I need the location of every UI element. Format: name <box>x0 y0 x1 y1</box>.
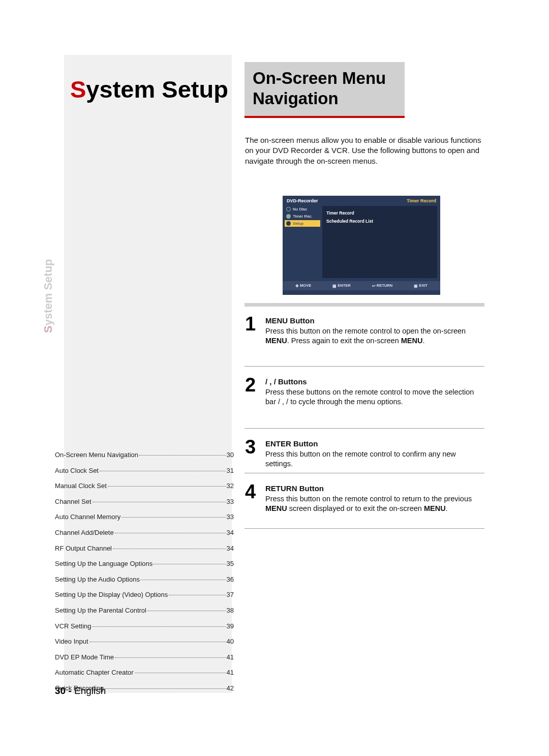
step-top-bar <box>245 303 484 307</box>
toc-label: Channel Set <box>55 498 92 506</box>
toc-label: RF Output Channel <box>55 545 112 553</box>
osd-right-option: Scheduled Record List <box>326 217 433 225</box>
toc-row: Setting Up the Display (Video) Options37 <box>55 591 234 599</box>
osd-left-item: Timer Rec. <box>285 213 320 220</box>
step-text: Press these buttons on the remote contro… <box>265 388 474 406</box>
title-rest: ystem Setup <box>86 76 228 103</box>
toc-page: 37 <box>227 591 234 599</box>
osd-left-item-selected: Setup <box>285 220 320 227</box>
toc-page: 35 <box>227 560 234 568</box>
toc-row: Channel Add/Delete34 <box>55 529 234 537</box>
step-1: 1 MENU Button Press this button on the r… <box>245 314 485 346</box>
osd-screenshot: DVD-Recorder Timer Record No Disc Timer … <box>283 196 440 295</box>
step-body: RETURN Button Press this button on the r… <box>265 482 485 514</box>
step-text: screen displayed or to exit the on-scree… <box>287 504 424 512</box>
gear-icon <box>286 221 291 226</box>
osd-footer-exit: ▣EXIT <box>414 283 428 288</box>
toc-label: Auto Channel Memory <box>55 513 120 521</box>
section-title-line1: On-Screen Menu <box>253 69 386 87</box>
toc-row: Setting Up the Language Options35 <box>55 560 234 568</box>
step-3: 3 ENTER Button Press this button on the … <box>245 437 485 469</box>
toc-dots <box>93 626 226 627</box>
step-bold: MENU <box>265 337 287 345</box>
side-tab: System Setup <box>42 259 55 333</box>
footer-language: English <box>72 685 106 696</box>
toc-row: DVD EP Mode Time41 <box>55 653 234 661</box>
toc-dots <box>93 502 226 502</box>
toc-label: VCR Setting <box>55 622 92 630</box>
page-footer: 30 - English <box>55 685 106 697</box>
toc-row: Auto Channel Memory33 <box>55 513 234 521</box>
toc-row: Video Input40 <box>55 638 234 646</box>
toc-dots <box>154 564 225 564</box>
toc-dots <box>113 549 226 549</box>
osd-right-option: Timer Record <box>326 209 433 217</box>
toc-dots <box>100 471 226 471</box>
toc-label: DVD EP Mode Time <box>55 653 114 661</box>
step-text: Press this button on the remote control … <box>265 327 466 335</box>
toc-label: Setting Up the Audio Options <box>55 576 140 584</box>
toc-label: On-Screen Menu Navigation <box>55 451 138 459</box>
toc-page: 36 <box>227 576 234 584</box>
toc-page: 38 <box>227 607 234 615</box>
step-body: ENTER Button Press this button on the re… <box>265 437 485 469</box>
section-title-line2: Navigation <box>253 89 339 108</box>
toc-row: Automatic Chapter Creator41 <box>55 669 234 677</box>
step-heading: RETURN Button <box>265 484 324 493</box>
toc-label: Setting Up the Display (Video) Options <box>55 591 168 599</box>
toc-row: Channel Set33 <box>55 498 234 506</box>
toc-page: 34 <box>227 545 234 553</box>
toc-dots <box>115 533 226 533</box>
toc-label: Automatic Chapter Creator <box>55 669 134 677</box>
step-number: 3 <box>245 437 260 469</box>
step-number: 4 <box>245 482 260 514</box>
toc-page: 39 <box>227 622 234 630</box>
toc-dots <box>169 595 225 595</box>
osd-left-label: Timer Rec. <box>293 214 313 219</box>
toc-dots <box>89 642 226 642</box>
toc-dots <box>141 580 226 580</box>
toc-label: Setting Up the Language Options <box>55 560 152 568</box>
toc-label: Video Input <box>55 638 88 646</box>
toc-page: 41 <box>227 653 234 661</box>
toc-label: Auto Clock Set <box>55 467 99 475</box>
toc-row: Auto Clock Set31 <box>55 467 234 475</box>
step-bold: MENU <box>401 337 423 345</box>
toc-dots <box>139 455 226 456</box>
step-2: 2 / , / Buttons Press these buttons on t… <box>245 375 485 407</box>
section-heading-box: On-Screen Menu Navigation <box>245 62 405 118</box>
toc-dots <box>108 486 226 487</box>
intro-paragraph: The on-screen menus allow you to enable … <box>245 135 484 166</box>
toc-page: 30 <box>227 451 234 459</box>
osd-header-right: Timer Record <box>407 198 436 203</box>
osd-footer-move: ✥MOVE <box>295 283 311 288</box>
toc-page: 33 <box>227 513 234 521</box>
osd-footer: ✥MOVE ▦ENTER ↩RETURN ▣EXIT <box>283 281 440 290</box>
step-divider <box>245 428 484 429</box>
step-body: MENU Button Press this button on the rem… <box>265 314 485 346</box>
table-of-contents: On-Screen Menu Navigation30Auto Clock Se… <box>55 451 234 700</box>
step-body: / , / Buttons Press these buttons on the… <box>265 375 485 407</box>
toc-dots <box>135 673 226 673</box>
toc-label: Setting Up the Parental Control <box>55 607 146 615</box>
toc-page: 42 <box>227 684 234 692</box>
osd-left-label: No Disc <box>293 207 307 211</box>
osd-footer-enter: ▦ENTER <box>332 283 350 288</box>
clock-icon <box>286 214 291 219</box>
toc-page: 32 <box>227 482 234 490</box>
step-bold: MENU <box>424 504 446 512</box>
toc-row: Manual Clock Set32 <box>55 482 234 490</box>
step-text: Press this button on the remote control … <box>265 495 472 503</box>
footer-page-number: 30 - <box>55 685 72 696</box>
toc-dots <box>121 517 225 518</box>
toc-row: VCR Setting39 <box>55 622 234 630</box>
step-text: . Press again to exit the on-screen <box>287 337 401 345</box>
toc-row: Setting Up the Audio Options36 <box>55 576 234 584</box>
side-tab-rest: ystem Setup <box>42 259 54 325</box>
step-bold: MENU <box>265 504 287 512</box>
step-4: 4 RETURN Button Press this button on the… <box>245 482 485 514</box>
osd-header-left: DVD-Recorder <box>287 198 318 203</box>
osd-right-panel: Timer Record Scheduled Record List <box>322 206 437 278</box>
toc-dots <box>115 657 225 658</box>
toc-dots <box>105 688 225 689</box>
